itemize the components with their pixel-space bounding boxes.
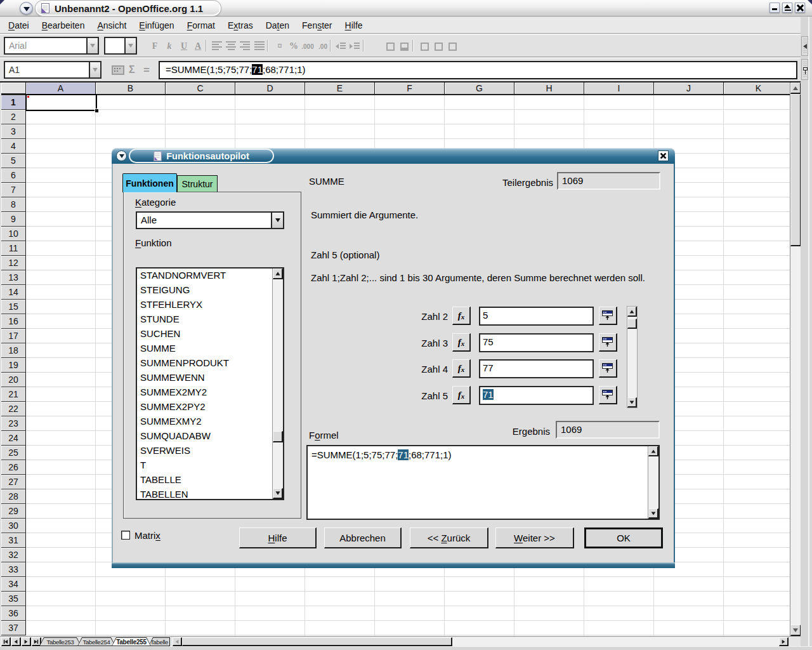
arg-input-3[interactable]: 75 [479,333,594,352]
back-button[interactable]: << Zurück [410,527,488,548]
align-right-icon[interactable] [238,39,252,53]
percent-format-icon[interactable]: % [287,39,301,53]
sheet-tab-tabelle[interactable]: Tabelle [148,637,170,646]
borders-icon[interactable] [383,39,397,53]
tab-scroll-left-button[interactable] [173,637,182,646]
valign-top-icon[interactable] [417,39,431,53]
function-item-summenprodukt[interactable]: SUMMENPRODUKT [137,356,283,371]
justify-icon[interactable] [252,39,266,53]
row-header-21[interactable]: 21 [1,387,26,402]
decrease-indent-icon[interactable] [334,39,348,53]
increase-indent-icon[interactable] [348,39,362,53]
select-all-corner[interactable] [1,83,26,94]
menu-format[interactable]: Format [181,18,221,33]
row-header-32[interactable]: 32 [1,548,26,562]
arg-input-4[interactable]: 77 [479,359,594,378]
row-header-4[interactable]: 4 [1,139,26,154]
vertical-scroll-thumb[interactable] [790,94,801,246]
shrink-button-3[interactable] [599,333,617,352]
sheet-tab-tabelle255[interactable]: Tabelle255 [112,637,151,646]
function-item-stfehleryx[interactable]: STFEHLERYX [137,298,283,312]
sum-icon[interactable]: Σ [129,64,135,76]
row-header-35[interactable]: 35 [1,592,26,606]
horizontal-scrollbar[interactable] [182,637,789,647]
arg-input-2[interactable]: 5 [479,307,594,326]
fx-button-3[interactable]: fx [452,333,471,352]
column-header-d[interactable]: D [235,83,305,94]
arg-input-5[interactable]: 71 [479,386,594,405]
function-item-suchen[interactable]: SUCHEN [137,327,283,342]
row-header-2[interactable]: 2 [1,110,26,124]
scroll-down-button[interactable] [648,508,658,519]
last-sheet-button[interactable] [32,637,41,646]
row-header-13[interactable]: 13 [1,270,26,285]
fill-handle[interactable] [95,109,99,113]
italic-icon[interactable]: k [162,39,176,53]
scroll-thumb[interactable] [627,319,637,329]
shrink-button-2[interactable] [599,307,617,325]
name-box-dropdown-button[interactable] [89,62,100,77]
tab-funktionen[interactable]: Funktionen [122,173,177,192]
function-item-t[interactable]: T [137,458,283,473]
row-header-16[interactable]: 16 [1,314,26,329]
prev-sheet-button[interactable] [11,637,21,646]
sheet-tab-tabelle253[interactable]: Tabelle253 [39,637,81,646]
row-header-11[interactable]: 11 [1,241,26,256]
row-header-29[interactable]: 29 [1,504,26,519]
menu-extras[interactable]: Extras [221,18,259,33]
function-item-summex2py2[interactable]: SUMMEX2PY2 [137,400,283,415]
row-header-15[interactable]: 15 [1,300,26,314]
row-header-20[interactable]: 20 [1,373,26,387]
font-color-icon[interactable]: A [191,39,205,53]
row-header-6[interactable]: 6 [1,168,26,183]
row-header-25[interactable]: 25 [1,446,26,460]
function-item-tabelle[interactable]: TABELLE [137,473,283,488]
row-header-23[interactable]: 23 [1,416,26,431]
ok-button[interactable]: OK [584,527,663,548]
scroll-thumb[interactable] [273,431,283,442]
formel-textarea[interactable]: =SUMME(1;5;75;77;71;68;771;1) [306,445,660,520]
row-header-9[interactable]: 9 [1,212,26,227]
window-menu-button[interactable] [20,2,33,15]
function-item-stunde[interactable]: STUNDE [137,312,283,327]
menu-einfgen[interactable]: Einfügen [133,18,180,33]
menu-bearbeiten[interactable]: Bearbeiten [36,18,91,33]
row-header-8[interactable]: 8 [1,197,26,212]
row-header-14[interactable]: 14 [1,285,26,300]
bold-icon[interactable]: F [148,39,162,53]
close-button[interactable] [795,3,805,13]
fx-button-4[interactable]: fx [452,359,471,378]
column-header-j[interactable]: J [654,83,724,94]
row-header-31[interactable]: 31 [1,533,26,548]
function-item-steigung[interactable]: STEIGUNG [137,283,283,298]
column-header-b[interactable]: B [96,83,166,94]
shrink-button-4[interactable] [599,359,617,378]
matrix-checkbox[interactable] [121,531,130,540]
dialog-close-button[interactable] [658,150,669,161]
cancel-button[interactable]: Abbrechen [324,527,402,548]
row-header-36[interactable]: 36 [1,606,26,621]
row-header-37[interactable]: 37 [1,621,26,635]
valign-center-icon[interactable] [431,39,445,53]
column-header-a[interactable]: A [26,83,96,94]
column-header-g[interactable]: G [445,83,514,94]
column-header-c[interactable]: C [166,83,235,94]
scroll-up-button[interactable] [627,307,637,317]
row-header-3[interactable]: 3 [1,124,26,139]
column-header-e[interactable]: E [305,83,375,94]
row-header-30[interactable]: 30 [1,519,26,533]
column-header-h[interactable]: H [514,83,584,94]
fx-button-2[interactable]: fx [452,307,471,325]
function-item-summe[interactable]: SUMME [137,342,283,356]
row-header-27[interactable]: 27 [1,475,26,489]
row-header-33[interactable]: 33 [1,562,26,577]
row-header-10[interactable]: 10 [1,227,26,241]
horizontal-scroll-thumb[interactable] [182,637,452,646]
row-header-28[interactable]: 28 [1,489,26,504]
add-decimal-icon[interactable]: .000 [301,39,315,53]
next-button[interactable]: Weiter >> [495,527,574,548]
row-header-18[interactable]: 18 [1,343,26,358]
argument-scrollbar[interactable] [627,306,638,408]
row-header-24[interactable]: 24 [1,431,26,446]
kategorie-combo[interactable]: Alle [136,211,284,229]
